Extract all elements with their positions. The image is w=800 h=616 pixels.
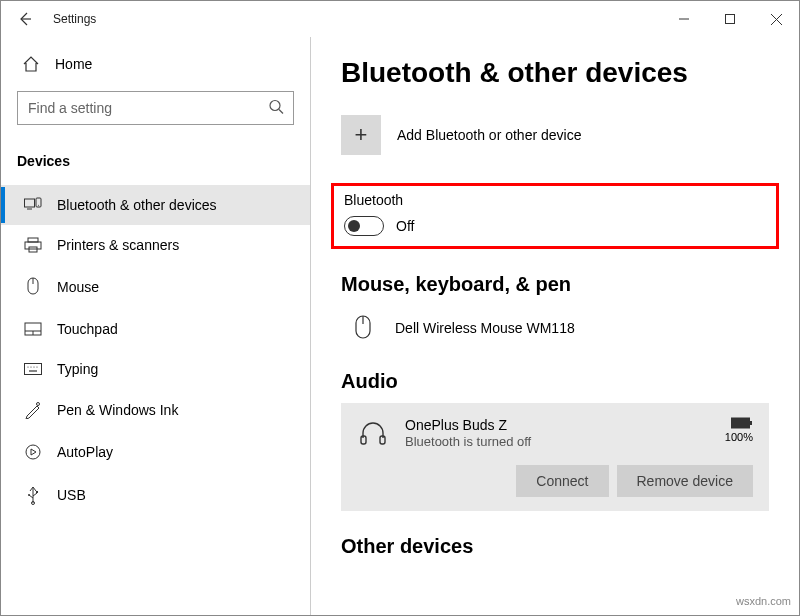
svg-rect-11 [28, 238, 38, 242]
svg-rect-30 [36, 491, 38, 493]
svg-point-22 [33, 366, 34, 367]
printer-icon [23, 237, 43, 253]
sidebar: Home Devices Bluetooth & other devices P… [1, 37, 311, 615]
svg-point-20 [27, 366, 28, 367]
svg-point-25 [37, 403, 40, 406]
autoplay-icon [23, 443, 43, 461]
home-label: Home [55, 56, 92, 72]
home-icon [21, 55, 41, 73]
svg-point-21 [30, 366, 31, 367]
window-controls [661, 1, 799, 37]
battery-indicator: 100% [725, 417, 753, 443]
back-arrow-icon [17, 11, 33, 27]
titlebar: Settings [1, 1, 799, 37]
headphones-icon [357, 417, 389, 449]
battery-percent: 100% [725, 431, 753, 443]
sidebar-item-touchpad[interactable]: Touchpad [1, 309, 310, 349]
sidebar-item-label: Pen & Windows Ink [57, 402, 178, 418]
sidebar-item-label: Touchpad [57, 321, 118, 337]
svg-rect-12 [25, 242, 41, 249]
mouse-icon [23, 277, 43, 297]
keyboard-icon [23, 363, 43, 375]
touchpad-icon [23, 322, 43, 336]
sidebar-item-usb[interactable]: USB [1, 473, 310, 517]
battery-icon [731, 417, 753, 429]
back-button[interactable] [11, 5, 39, 33]
search-box [17, 91, 294, 125]
maximize-icon [725, 14, 735, 24]
window-title: Settings [53, 12, 96, 26]
svg-point-29 [28, 494, 30, 496]
svg-rect-19 [25, 364, 42, 375]
remove-device-button[interactable]: Remove device [617, 465, 754, 497]
minimize-icon [679, 14, 689, 24]
sidebar-item-label: USB [57, 487, 86, 503]
svg-point-23 [36, 366, 37, 367]
mouse-section-heading: Mouse, keyboard, & pen [341, 273, 769, 296]
home-nav[interactable]: Home [17, 45, 294, 83]
bluetooth-state: Off [396, 218, 414, 234]
mouse-device-icon [347, 312, 379, 344]
mouse-device-row[interactable]: Dell Wireless Mouse WM118 [341, 306, 769, 370]
bluetooth-toggle[interactable] [344, 216, 384, 236]
sidebar-item-bluetooth[interactable]: Bluetooth & other devices [1, 185, 310, 225]
add-device-row[interactable]: + Add Bluetooth or other device [341, 115, 769, 155]
search-input[interactable] [17, 91, 294, 125]
svg-rect-2 [726, 15, 735, 24]
close-button[interactable] [753, 1, 799, 37]
minimize-button[interactable] [661, 1, 707, 37]
pen-icon [23, 401, 43, 419]
svg-point-10 [38, 205, 39, 206]
usb-icon [23, 485, 43, 505]
audio-device-status: Bluetooth is turned off [405, 434, 709, 449]
sidebar-item-autoplay[interactable]: AutoPlay [1, 431, 310, 473]
add-device-label: Add Bluetooth or other device [397, 127, 581, 143]
sidebar-item-label: AutoPlay [57, 444, 113, 460]
sidebar-item-label: Printers & scanners [57, 237, 179, 253]
sidebar-item-label: Bluetooth & other devices [57, 197, 217, 213]
plus-icon: + [355, 122, 368, 148]
bluetooth-highlight: Bluetooth Off [331, 183, 779, 249]
page-title: Bluetooth & other devices [341, 57, 769, 89]
audio-device-card[interactable]: OnePlus Buds Z Bluetooth is turned off 1… [341, 403, 769, 511]
svg-point-26 [26, 445, 40, 459]
audio-device-name: OnePlus Buds Z [405, 417, 709, 433]
maximize-button[interactable] [707, 1, 753, 37]
audio-section-heading: Audio [341, 370, 769, 393]
devices-icon [23, 197, 43, 213]
sidebar-item-typing[interactable]: Typing [1, 349, 310, 389]
sidebar-item-printers[interactable]: Printers & scanners [1, 225, 310, 265]
svg-rect-7 [25, 199, 35, 207]
toggle-knob [348, 220, 360, 232]
connect-button[interactable]: Connect [516, 465, 608, 497]
sidebar-item-label: Mouse [57, 279, 99, 295]
mouse-device-name: Dell Wireless Mouse WM118 [395, 320, 575, 336]
svg-rect-35 [732, 418, 750, 428]
sidebar-item-label: Typing [57, 361, 98, 377]
sidebar-item-mouse[interactable]: Mouse [1, 265, 310, 309]
content-area: Bluetooth & other devices + Add Bluetoot… [311, 37, 799, 615]
sidebar-section-label: Devices [17, 147, 294, 185]
close-icon [771, 14, 782, 25]
watermark: wsxdn.com [736, 595, 791, 607]
add-button[interactable]: + [341, 115, 381, 155]
svg-rect-36 [750, 421, 752, 425]
bluetooth-label: Bluetooth [344, 192, 766, 208]
other-devices-heading: Other devices [341, 535, 769, 558]
sidebar-item-pen[interactable]: Pen & Windows Ink [1, 389, 310, 431]
